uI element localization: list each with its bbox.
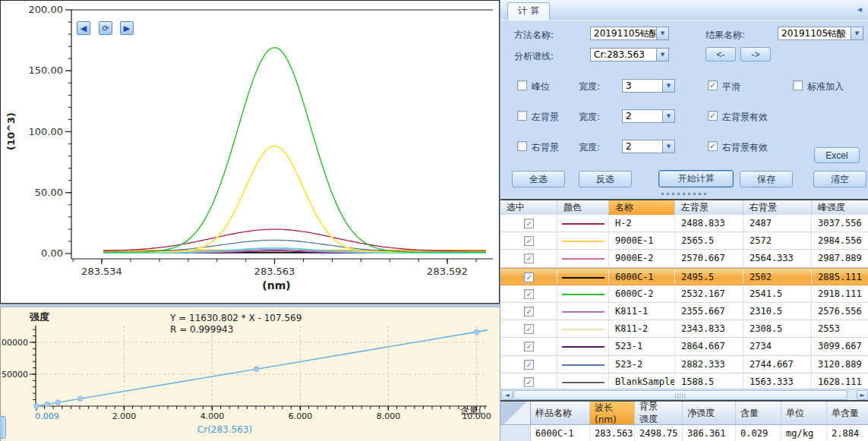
row-color-cell [557,250,609,266]
invert-selection-button[interactable]: 反选 [579,171,632,187]
row-checkbox[interactable]: ✓ [524,236,534,246]
column-header-3[interactable]: 左背景 [675,200,743,215]
scrollbar-thumb[interactable] [513,390,847,400]
standard-addition-checkbox[interactable]: ✓ [793,80,803,90]
row-peak: 2553 [812,320,868,337]
prev-result-button[interactable]: <- [705,47,736,61]
row-left-bg: 2882.333 [675,356,743,373]
row-color-cell [557,356,609,373]
series-color-swatch [562,364,604,366]
result-column-header-3[interactable]: 净强度 [683,402,736,425]
calibration-equation: Y = 11630.802 * X - 107.569 [169,313,301,323]
row-color-cell [557,373,609,390]
spectral-chart: 0.0050.00100.00150.00200.00283.534283.56… [1,1,499,303]
row-checkbox[interactable]: ✓ [524,289,534,299]
next-result-button[interactable]: -> [740,47,771,61]
excel-button[interactable]: Excel [814,147,860,163]
chart-next-button[interactable]: ▶ [120,21,134,35]
row-left-bg: 2532.167 [675,285,743,302]
row-check-cell: ✓ [500,285,557,302]
table-row-K811-1[interactable]: ✓K811-12355.6672310.52576.556 [500,303,868,320]
result-column-header-2[interactable]: 背景 强度 [635,402,683,425]
row-checkbox[interactable]: ✓ [524,377,534,387]
calculation-panel: 计 算 ◂ 方法名称: 20191105钴酸 ▼ 结果名称: 20191105钴… [500,0,868,441]
save-button[interactable]: 保存 [740,171,793,187]
column-header-1[interactable]: 颜色 [557,200,609,215]
panel-splitter-handle[interactable] [652,192,717,196]
calibration-point [474,329,479,335]
right-bg-valid-label: 右背景有效 [722,141,768,154]
row-checkbox[interactable]: ✓ [524,324,534,334]
chevron-down-icon[interactable]: ▼ [656,27,668,39]
table-row-H-2[interactable]: ✓H-22488.83324873037.556 [500,215,868,232]
method-name-select[interactable]: 20191105钴酸 ▼ [590,27,669,40]
result-cell-6: 2.884 [827,425,868,441]
scroll-right-icon[interactable]: ► [857,390,868,400]
result-column-header-1[interactable]: 波长 (nm) [590,402,635,425]
row-left-bg: 2565.5 [675,232,743,249]
chevron-down-icon[interactable]: ▼ [662,80,674,92]
calibration-chart-panel: 500001000000.0092.0004.0006.0008.00010.0… [0,307,500,441]
select-all-button[interactable]: 全选 [512,171,565,187]
table-row-6000C-1[interactable]: ✓6000C-12495.525022885.111 [500,268,868,285]
column-header-4[interactable]: 右背景 [743,200,812,215]
table-row-523-2[interactable]: ✓523-22882.3332744.6673120.889 [500,356,868,373]
peak-position-checkbox[interactable]: ✓ [517,80,527,90]
result-table-corner[interactable] [500,402,531,425]
right-bg-width-value: 2 [626,141,661,153]
column-header-0[interactable]: 选中 [500,200,557,215]
row-color-cell [557,285,609,302]
table-row-523-1[interactable]: ✓523-12864.66727343099.667 [500,338,868,355]
collapse-panel-icon[interactable]: ◂ [857,4,862,14]
row-left-bg: 2488.833 [675,215,743,232]
row-color-cell [557,320,609,337]
chevron-down-icon[interactable]: ▼ [662,110,674,122]
smooth-checkbox[interactable]: ✓ [708,80,718,90]
row-right-bg: 2541.5 [743,285,812,302]
series-color-swatch [562,277,604,279]
row-peak: 2987.889 [812,250,868,266]
result-column-header-6[interactable]: 单含量 [827,402,868,425]
chevron-down-icon[interactable]: ▼ [851,27,863,39]
table-row-K811-2[interactable]: ✓K811-22343.8332308.52553 [500,320,868,338]
result-row-header[interactable] [500,425,531,441]
right-bg-checkbox[interactable]: ✓ [517,141,527,151]
analysis-line-select[interactable]: Cr:283.563 ▼ [590,48,669,61]
scroll-left-icon[interactable]: ◄ [501,390,513,400]
start-calculation-button[interactable]: 开始计算 [658,170,734,187]
chart-prev-button[interactable]: ◀ [77,21,90,35]
row-check-cell: ✓ [500,373,557,390]
row-checkbox[interactable]: ✓ [524,272,534,282]
row-checkbox[interactable]: ✓ [524,307,534,317]
result-name-label: 结果名称: [705,29,745,42]
left-bg-valid-checkbox[interactable]: ✓ [708,111,718,121]
column-header-2[interactable]: 名称 [609,200,675,215]
column-header-5[interactable]: 峰强度 [812,200,868,215]
chevron-down-icon[interactable]: ▼ [662,140,674,153]
row-checkbox[interactable]: ✓ [524,219,534,228]
result-column-header-4[interactable]: 含量 [736,402,781,425]
peak-width-select[interactable]: 3 ▼ [622,79,675,93]
splitter-collapse-handle[interactable] [0,416,6,439]
result-column-header-5[interactable]: 单位 [781,402,827,425]
left-bg-checkbox[interactable]: ✓ [517,111,527,121]
chevron-down-icon[interactable]: ▼ [656,49,668,61]
right-bg-valid-checkbox[interactable]: ✓ [708,141,718,151]
row-name: 9000E-1 [609,232,675,249]
horizontal-scrollbar[interactable]: ◄ ► [500,389,868,401]
table-row-6000C-2[interactable]: ✓6000C-22532.1672541.52918.111 [500,285,868,303]
table-row-9000E-2[interactable]: ✓9000E-22570.6672564.3332987.889 [500,250,868,267]
row-checkbox[interactable]: ✓ [524,254,534,263]
right-bg-width-select[interactable]: 2 ▼ [622,140,675,153]
row-check-cell: ✓ [500,250,557,266]
left-bg-width-select[interactable]: 2 ▼ [622,109,675,123]
result-name-select[interactable]: 20191105钴酸 ▼ [778,27,863,40]
result-column-header-0[interactable]: 样品名称 [531,402,590,425]
chart-refresh-button[interactable]: ⟳ [99,21,112,35]
row-name: BlankSample1 [609,373,675,390]
table-row-9000E-1[interactable]: ✓9000E-12565.525722984.556 [500,232,868,250]
clear-button[interactable]: 清空 [813,171,866,187]
row-checkbox[interactable]: ✓ [524,342,534,351]
tab-calculate[interactable]: 计 算 [507,2,550,20]
row-checkbox[interactable]: ✓ [524,360,534,370]
